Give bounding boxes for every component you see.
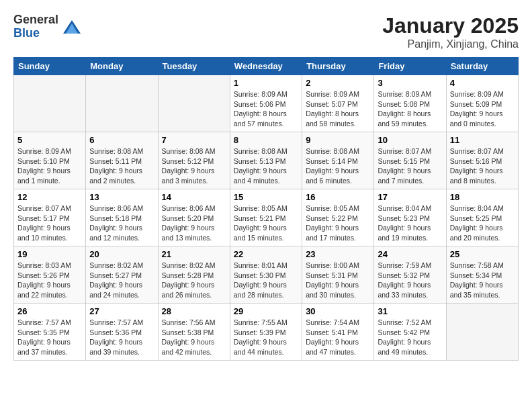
calendar-cell: 13Sunrise: 8:06 AM Sunset: 5:18 PM Dayli… (86, 189, 158, 246)
day-info: Sunrise: 7:56 AM Sunset: 5:38 PM Dayligh… (162, 318, 226, 357)
day-info: Sunrise: 8:09 AM Sunset: 5:10 PM Dayligh… (17, 146, 82, 186)
day-info: Sunrise: 8:08 AM Sunset: 5:13 PM Dayligh… (234, 146, 298, 186)
calendar-cell: 27Sunrise: 7:57 AM Sunset: 5:36 PM Dayli… (86, 304, 158, 361)
calendar-table: SundayMondayTuesdayWednesdayThursdayFrid… (13, 57, 519, 361)
calendar-header-tuesday: Tuesday (158, 58, 230, 75)
calendar-header-friday: Friday (374, 58, 446, 75)
day-number: 16 (306, 192, 370, 202)
calendar-cell: 18Sunrise: 8:04 AM Sunset: 5:25 PM Dayli… (446, 189, 518, 246)
day-number: 10 (378, 135, 442, 145)
calendar-cell: 23Sunrise: 8:00 AM Sunset: 5:31 PM Dayli… (302, 246, 374, 304)
day-number: 8 (234, 135, 298, 145)
day-number: 31 (378, 306, 442, 316)
day-number: 26 (17, 306, 82, 316)
calendar-header-thursday: Thursday (302, 58, 374, 75)
calendar-cell: 22Sunrise: 8:01 AM Sunset: 5:30 PM Dayli… (230, 246, 302, 304)
day-number: 17 (378, 192, 442, 202)
calendar-cell: 14Sunrise: 8:06 AM Sunset: 5:20 PM Dayli… (158, 189, 230, 246)
day-info: Sunrise: 7:57 AM Sunset: 5:35 PM Dayligh… (17, 318, 82, 357)
day-info: Sunrise: 7:55 AM Sunset: 5:39 PM Dayligh… (234, 318, 298, 357)
day-info: Sunrise: 8:02 AM Sunset: 5:27 PM Dayligh… (89, 261, 154, 300)
day-number: 3 (378, 78, 442, 88)
day-number: 2 (306, 78, 370, 88)
calendar-cell: 10Sunrise: 8:07 AM Sunset: 5:15 PM Dayli… (374, 132, 446, 189)
day-info: Sunrise: 8:04 AM Sunset: 5:23 PM Dayligh… (378, 203, 442, 243)
calendar-cell: 24Sunrise: 7:59 AM Sunset: 5:32 PM Dayli… (374, 246, 446, 304)
day-info: Sunrise: 7:54 AM Sunset: 5:41 PM Dayligh… (306, 318, 370, 357)
day-number: 25 (450, 249, 515, 259)
calendar-cell: 12Sunrise: 8:07 AM Sunset: 5:17 PM Dayli… (14, 189, 86, 246)
calendar-cell: 5Sunrise: 8:09 AM Sunset: 5:10 PM Daylig… (14, 132, 86, 189)
day-number: 11 (450, 135, 515, 145)
day-number: 20 (89, 249, 154, 259)
calendar-cell: 6Sunrise: 8:08 AM Sunset: 5:11 PM Daylig… (86, 132, 158, 189)
calendar-week-row: 1Sunrise: 8:09 AM Sunset: 5:06 PM Daylig… (14, 75, 519, 132)
day-info: Sunrise: 8:07 AM Sunset: 5:17 PM Dayligh… (17, 203, 82, 243)
calendar-header-sunday: Sunday (14, 58, 86, 75)
day-info: Sunrise: 8:08 AM Sunset: 5:11 PM Dayligh… (89, 146, 154, 186)
day-number: 29 (234, 306, 298, 316)
calendar-cell (446, 304, 518, 361)
calendar-cell: 31Sunrise: 7:52 AM Sunset: 5:42 PM Dayli… (374, 304, 446, 361)
day-number: 9 (306, 135, 370, 145)
logo-icon (62, 17, 82, 37)
day-info: Sunrise: 8:04 AM Sunset: 5:25 PM Dayligh… (450, 203, 515, 243)
calendar-cell: 26Sunrise: 7:57 AM Sunset: 5:35 PM Dayli… (14, 304, 86, 361)
day-info: Sunrise: 8:07 AM Sunset: 5:15 PM Dayligh… (378, 146, 442, 186)
day-number: 28 (162, 306, 226, 316)
location: Panjim, Xinjiang, China (382, 38, 519, 50)
calendar-cell: 17Sunrise: 8:04 AM Sunset: 5:23 PM Dayli… (374, 189, 446, 246)
day-info: Sunrise: 7:57 AM Sunset: 5:36 PM Dayligh… (89, 318, 154, 357)
day-info: Sunrise: 8:09 AM Sunset: 5:09 PM Dayligh… (450, 89, 515, 129)
calendar-header-monday: Monday (86, 58, 158, 75)
calendar-cell: 3Sunrise: 8:09 AM Sunset: 5:08 PM Daylig… (374, 75, 446, 132)
title-block: January 2025 Panjim, Xinjiang, China (382, 13, 519, 50)
day-info: Sunrise: 8:02 AM Sunset: 5:28 PM Dayligh… (162, 261, 226, 300)
calendar-cell: 1Sunrise: 8:09 AM Sunset: 5:06 PM Daylig… (230, 75, 302, 132)
month-title: January 2025 (382, 13, 519, 38)
calendar-cell (158, 75, 230, 132)
day-number: 15 (234, 192, 298, 202)
calendar-cell: 16Sunrise: 8:05 AM Sunset: 5:22 PM Dayli… (302, 189, 374, 246)
day-info: Sunrise: 8:09 AM Sunset: 5:06 PM Dayligh… (234, 89, 298, 129)
day-number: 12 (17, 192, 82, 202)
day-number: 14 (162, 192, 226, 202)
logo-blue-text: Blue (13, 27, 58, 40)
day-info: Sunrise: 8:06 AM Sunset: 5:20 PM Dayligh… (162, 203, 226, 243)
calendar-cell: 15Sunrise: 8:05 AM Sunset: 5:21 PM Dayli… (230, 189, 302, 246)
day-number: 23 (306, 249, 370, 259)
day-number: 1 (234, 78, 298, 88)
day-info: Sunrise: 8:08 AM Sunset: 5:14 PM Dayligh… (306, 146, 370, 186)
day-info: Sunrise: 8:03 AM Sunset: 5:26 PM Dayligh… (17, 261, 82, 300)
logo-general-text: General (13, 13, 58, 27)
day-info: Sunrise: 7:52 AM Sunset: 5:42 PM Dayligh… (378, 318, 442, 357)
calendar-week-row: 5Sunrise: 8:09 AM Sunset: 5:10 PM Daylig… (14, 132, 519, 189)
day-info: Sunrise: 8:07 AM Sunset: 5:16 PM Dayligh… (450, 146, 515, 186)
day-info: Sunrise: 7:59 AM Sunset: 5:32 PM Dayligh… (378, 261, 442, 300)
day-number: 19 (17, 249, 82, 259)
day-number: 22 (234, 249, 298, 259)
day-info: Sunrise: 8:08 AM Sunset: 5:12 PM Dayligh… (162, 146, 226, 186)
calendar-header-saturday: Saturday (446, 58, 518, 75)
day-number: 7 (162, 135, 226, 145)
day-info: Sunrise: 8:09 AM Sunset: 5:07 PM Dayligh… (306, 89, 370, 129)
calendar-cell: 2Sunrise: 8:09 AM Sunset: 5:07 PM Daylig… (302, 75, 374, 132)
day-info: Sunrise: 8:00 AM Sunset: 5:31 PM Dayligh… (306, 261, 370, 300)
calendar-cell: 9Sunrise: 8:08 AM Sunset: 5:14 PM Daylig… (302, 132, 374, 189)
day-number: 24 (378, 249, 442, 259)
day-number: 18 (450, 192, 515, 202)
day-info: Sunrise: 8:06 AM Sunset: 5:18 PM Dayligh… (89, 203, 154, 243)
day-info: Sunrise: 8:09 AM Sunset: 5:08 PM Dayligh… (378, 89, 442, 129)
calendar-cell: 20Sunrise: 8:02 AM Sunset: 5:27 PM Dayli… (86, 246, 158, 304)
day-number: 13 (89, 192, 154, 202)
calendar-cell: 28Sunrise: 7:56 AM Sunset: 5:38 PM Dayli… (158, 304, 230, 361)
day-number: 4 (450, 78, 515, 88)
calendar-week-row: 12Sunrise: 8:07 AM Sunset: 5:17 PM Dayli… (14, 189, 519, 246)
day-number: 30 (306, 306, 370, 316)
calendar-cell (14, 75, 86, 132)
day-info: Sunrise: 8:05 AM Sunset: 5:22 PM Dayligh… (306, 203, 370, 243)
day-number: 21 (162, 249, 226, 259)
page-header: General Blue January 2025 Panjim, Xinjia… (13, 13, 519, 50)
calendar-cell: 4Sunrise: 8:09 AM Sunset: 5:09 PM Daylig… (446, 75, 518, 132)
day-info: Sunrise: 8:01 AM Sunset: 5:30 PM Dayligh… (234, 261, 298, 300)
